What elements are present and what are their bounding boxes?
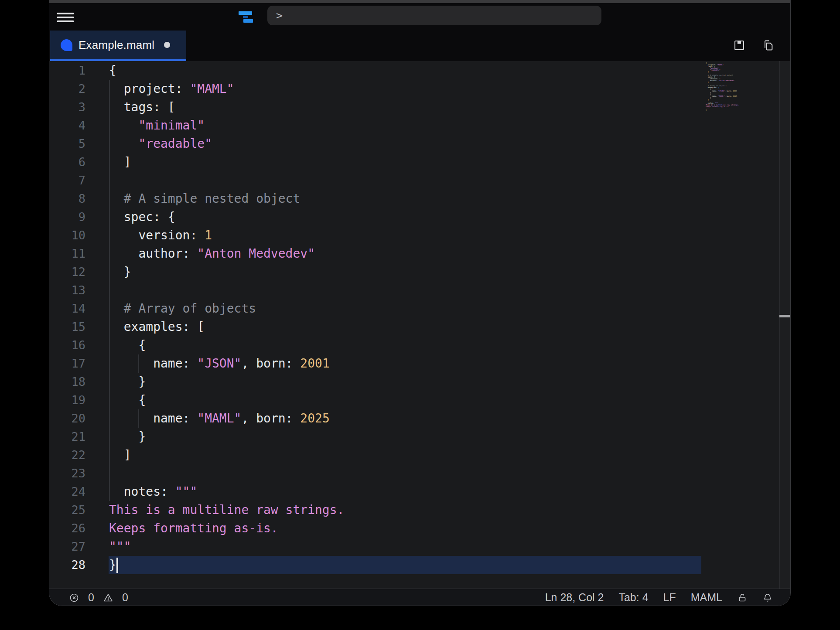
code-line[interactable]: } bbox=[109, 373, 344, 391]
code-line[interactable]: examples: [ bbox=[109, 318, 344, 336]
code-line[interactable]: """ bbox=[109, 538, 344, 556]
code-line[interactable] bbox=[109, 171, 344, 190]
line-number[interactable]: 13 bbox=[49, 281, 85, 300]
line-number[interactable]: 10 bbox=[49, 226, 85, 245]
cursor-position[interactable]: Ln 28, Col 2 bbox=[545, 591, 604, 604]
code-line[interactable]: "minimal" bbox=[109, 116, 344, 135]
code-token: author: bbox=[109, 246, 197, 261]
tab-modified-dot[interactable] bbox=[164, 42, 170, 48]
code-token: "MAML" bbox=[190, 82, 234, 96]
errors-count[interactable]: 0 bbox=[88, 591, 94, 604]
code-token: 2001 bbox=[300, 356, 329, 371]
code-line[interactable]: # A simple nested object bbox=[109, 190, 344, 208]
errors-icon[interactable] bbox=[69, 593, 79, 603]
scrollbar-marker[interactable] bbox=[779, 315, 790, 317]
code-line[interactable]: } bbox=[109, 263, 344, 281]
line-number[interactable]: 6 bbox=[49, 153, 85, 171]
warnings-icon[interactable] bbox=[103, 593, 113, 603]
copy-icon[interactable] bbox=[762, 39, 774, 51]
line-number[interactable]: 15 bbox=[49, 318, 85, 336]
code-lines: { project: "MAML" tags: [ "minimal" "rea… bbox=[109, 61, 344, 574]
line-number[interactable]: 18 bbox=[49, 373, 85, 391]
logo-bar bbox=[239, 11, 252, 15]
line-number[interactable]: 23 bbox=[49, 464, 85, 483]
bell-icon[interactable] bbox=[762, 593, 773, 603]
minimap-line: } bbox=[706, 109, 739, 111]
code-line[interactable] bbox=[109, 464, 344, 483]
line-number[interactable]: 17 bbox=[49, 354, 85, 373]
code-line[interactable]: name: "JSON", born: 2001 bbox=[109, 354, 344, 373]
save-icon[interactable] bbox=[733, 39, 745, 51]
code-line[interactable]: { bbox=[109, 391, 344, 409]
code-line[interactable]: This is a multiline raw strings. bbox=[109, 501, 344, 519]
line-number[interactable]: 28 bbox=[49, 556, 85, 574]
code-line[interactable]: author: "Anton Medvedev" bbox=[109, 245, 344, 263]
code-line[interactable]: ] bbox=[109, 446, 344, 464]
indent-setting[interactable]: Tab: 4 bbox=[618, 591, 648, 604]
code-line[interactable]: notes: """ bbox=[109, 483, 344, 501]
code-token: name: bbox=[109, 411, 197, 426]
code-line[interactable]: } bbox=[109, 428, 344, 446]
line-number[interactable]: 4 bbox=[49, 116, 85, 135]
code-line[interactable]: spec: { bbox=[109, 208, 344, 226]
line-number[interactable]: 19 bbox=[49, 391, 85, 409]
line-number[interactable]: 1 bbox=[49, 61, 85, 80]
line-number[interactable]: 24 bbox=[49, 483, 85, 501]
code-token: examples: [ bbox=[109, 320, 205, 334]
eol-setting[interactable]: LF bbox=[663, 591, 676, 604]
editor[interactable]: 1234567891011121314151617181920212223242… bbox=[49, 61, 790, 589]
line-number[interactable]: 7 bbox=[49, 171, 85, 190]
warnings-count[interactable]: 0 bbox=[122, 591, 128, 604]
hamburger-bar bbox=[57, 20, 74, 22]
line-number[interactable]: 16 bbox=[49, 336, 85, 354]
line-number[interactable]: 26 bbox=[49, 519, 85, 538]
minimap[interactable]: { project: "MAML" tags: [ "minimal" "rea… bbox=[706, 62, 739, 111]
code-token: """ bbox=[175, 484, 198, 499]
code-token: "MAML" bbox=[718, 95, 724, 97]
line-number[interactable]: 9 bbox=[49, 208, 85, 226]
command-input[interactable]: > bbox=[267, 6, 601, 25]
code-line[interactable]: "readable" bbox=[109, 135, 344, 153]
line-number[interactable]: 27 bbox=[49, 538, 85, 556]
code-token: { bbox=[109, 393, 146, 407]
code-line[interactable]: { bbox=[109, 336, 344, 354]
line-number[interactable]: 22 bbox=[49, 446, 85, 464]
code-token: project: bbox=[109, 82, 190, 96]
line-number[interactable]: 14 bbox=[49, 300, 85, 318]
window-drag-strip[interactable] bbox=[49, 0, 790, 3]
line-number[interactable]: 11 bbox=[49, 245, 85, 263]
code-line[interactable]: name: "MAML", born: 2025 bbox=[109, 409, 344, 428]
line-number[interactable]: 2 bbox=[49, 80, 85, 98]
code-line[interactable]: version: 1 bbox=[109, 226, 344, 245]
line-number[interactable]: 21 bbox=[49, 428, 85, 446]
tab-bar: Example.maml bbox=[49, 31, 790, 61]
code-token: , born: bbox=[241, 411, 300, 426]
code-line[interactable]: ] bbox=[109, 153, 344, 171]
code-token: } bbox=[109, 558, 116, 572]
line-number[interactable]: 3 bbox=[49, 98, 85, 116]
code-token bbox=[109, 136, 138, 151]
code-line[interactable]: { bbox=[109, 61, 344, 80]
tab-example-maml[interactable]: Example.maml bbox=[50, 31, 186, 61]
code-line[interactable]: } bbox=[109, 556, 344, 574]
code-line[interactable]: Keeps formatting as-is. bbox=[109, 519, 344, 538]
line-number[interactable]: 25 bbox=[49, 501, 85, 519]
topbar: > bbox=[49, 3, 790, 31]
code-line[interactable]: # Array of objects bbox=[109, 300, 344, 318]
line-number[interactable]: 12 bbox=[49, 263, 85, 281]
hamburger-menu-icon[interactable] bbox=[57, 13, 74, 22]
scrollbar-track[interactable] bbox=[779, 61, 790, 589]
code-token: "JSON" bbox=[197, 356, 241, 371]
code-token: 2025 bbox=[300, 411, 329, 426]
line-number[interactable]: 8 bbox=[49, 190, 85, 208]
language-mode[interactable]: MAML bbox=[691, 591, 722, 604]
code-token: { bbox=[109, 338, 146, 352]
code-line[interactable]: project: "MAML" bbox=[109, 80, 344, 98]
code-line[interactable]: tags: [ bbox=[109, 98, 344, 116]
lock-open-icon[interactable] bbox=[737, 593, 748, 603]
maml-file-icon bbox=[61, 39, 72, 51]
line-number[interactable]: 20 bbox=[49, 409, 85, 428]
code-token: , born: bbox=[724, 95, 733, 97]
line-number[interactable]: 5 bbox=[49, 135, 85, 153]
code-line[interactable] bbox=[109, 281, 344, 300]
